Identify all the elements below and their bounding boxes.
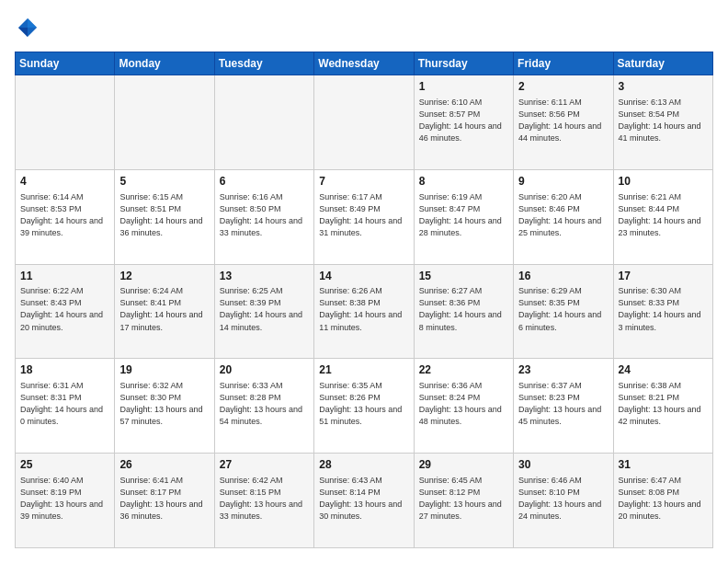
calendar-cell: 17Sunrise: 6:30 AM Sunset: 8:33 PM Dayli… [613, 264, 712, 359]
cell-content: Sunrise: 6:43 AM Sunset: 8:14 PM Dayligh… [319, 475, 408, 523]
cell-content: Sunrise: 6:38 AM Sunset: 8:21 PM Dayligh… [619, 380, 708, 428]
day-number: 29 [419, 457, 508, 473]
header [15, 15, 713, 40]
cell-content: Sunrise: 6:22 AM Sunset: 8:43 PM Dayligh… [20, 285, 109, 333]
calendar-cell: 27Sunrise: 6:42 AM Sunset: 8:15 PM Dayli… [214, 454, 313, 548]
cell-content: Sunrise: 6:37 AM Sunset: 8:23 PM Dayligh… [518, 380, 608, 428]
calendar-header-thursday: Thursday [414, 52, 513, 75]
calendar-cell: 28Sunrise: 6:43 AM Sunset: 8:14 PM Dayli… [314, 454, 414, 548]
cell-content: Sunrise: 6:21 AM Sunset: 8:44 PM Dayligh… [619, 191, 708, 239]
calendar-cell: 15Sunrise: 6:27 AM Sunset: 8:36 PM Dayli… [414, 264, 513, 359]
calendar-header-row: SundayMondayTuesdayWednesdayThursdayFrid… [16, 52, 713, 75]
cell-content: Sunrise: 6:16 AM Sunset: 8:50 PM Dayligh… [220, 191, 309, 239]
day-number: 11 [20, 269, 109, 284]
calendar-cell: 13Sunrise: 6:25 AM Sunset: 8:39 PM Dayli… [214, 264, 313, 359]
cell-content: Sunrise: 6:15 AM Sunset: 8:51 PM Dayligh… [119, 191, 209, 239]
day-number: 30 [518, 457, 608, 473]
svg-marker-2 [18, 28, 28, 37]
day-number: 15 [419, 269, 508, 284]
calendar-header-friday: Friday [514, 52, 613, 75]
calendar-cell [115, 75, 214, 170]
calendar-header-wednesday: Wednesday [314, 52, 414, 75]
cell-content: Sunrise: 6:19 AM Sunset: 8:47 PM Dayligh… [419, 191, 508, 239]
day-number: 2 [518, 79, 608, 95]
calendar-cell: 14Sunrise: 6:26 AM Sunset: 8:38 PM Dayli… [314, 264, 414, 359]
day-number: 25 [20, 457, 109, 473]
day-number: 27 [220, 457, 309, 473]
cell-content: Sunrise: 6:45 AM Sunset: 8:12 PM Dayligh… [419, 475, 508, 523]
calendar-cell: 12Sunrise: 6:24 AM Sunset: 8:41 PM Dayli… [115, 264, 214, 359]
calendar-cell: 30Sunrise: 6:46 AM Sunset: 8:10 PM Dayli… [514, 454, 613, 548]
calendar-cell: 31Sunrise: 6:47 AM Sunset: 8:08 PM Dayli… [613, 454, 712, 548]
calendar-week-2: 4Sunrise: 6:14 AM Sunset: 8:53 PM Daylig… [16, 169, 713, 264]
cell-content: Sunrise: 6:42 AM Sunset: 8:15 PM Dayligh… [220, 475, 309, 523]
calendar-table: SundayMondayTuesdayWednesdayThursdayFrid… [15, 52, 713, 548]
calendar-cell: 11Sunrise: 6:22 AM Sunset: 8:43 PM Dayli… [16, 264, 115, 359]
calendar-cell: 3Sunrise: 6:13 AM Sunset: 8:54 PM Daylig… [613, 75, 712, 170]
cell-content: Sunrise: 6:31 AM Sunset: 8:31 PM Dayligh… [20, 380, 109, 428]
day-number: 10 [619, 174, 708, 190]
day-number: 18 [20, 362, 109, 378]
cell-content: Sunrise: 6:35 AM Sunset: 8:26 PM Dayligh… [319, 380, 408, 428]
day-number: 17 [619, 269, 708, 284]
calendar-cell: 9Sunrise: 6:20 AM Sunset: 8:46 PM Daylig… [514, 169, 613, 264]
day-number: 3 [619, 79, 708, 95]
cell-content: Sunrise: 6:41 AM Sunset: 8:17 PM Dayligh… [119, 475, 209, 523]
day-number: 14 [319, 269, 408, 284]
calendar-week-1: 1Sunrise: 6:10 AM Sunset: 8:57 PM Daylig… [16, 75, 713, 170]
day-number: 1 [419, 79, 508, 95]
calendar-cell [214, 75, 313, 170]
calendar-cell: 20Sunrise: 6:33 AM Sunset: 8:28 PM Dayli… [214, 359, 313, 454]
day-number: 8 [419, 174, 508, 190]
cell-content: Sunrise: 6:13 AM Sunset: 8:54 PM Dayligh… [619, 97, 708, 144]
cell-content: Sunrise: 6:11 AM Sunset: 8:56 PM Dayligh… [518, 97, 608, 144]
calendar-week-3: 11Sunrise: 6:22 AM Sunset: 8:43 PM Dayli… [16, 264, 713, 359]
calendar-cell: 22Sunrise: 6:36 AM Sunset: 8:24 PM Dayli… [414, 359, 513, 454]
cell-content: Sunrise: 6:14 AM Sunset: 8:53 PM Dayligh… [20, 191, 109, 239]
calendar-cell: 23Sunrise: 6:37 AM Sunset: 8:23 PM Dayli… [514, 359, 613, 454]
page: SundayMondayTuesdayWednesdayThursdayFrid… [0, 0, 728, 563]
day-number: 16 [518, 269, 608, 284]
day-number: 13 [220, 269, 309, 284]
day-number: 4 [20, 174, 109, 190]
calendar-cell: 4Sunrise: 6:14 AM Sunset: 8:53 PM Daylig… [16, 169, 115, 264]
cell-content: Sunrise: 6:25 AM Sunset: 8:39 PM Dayligh… [220, 285, 309, 333]
day-number: 26 [119, 457, 209, 473]
day-number: 24 [619, 362, 708, 378]
calendar-cell: 6Sunrise: 6:16 AM Sunset: 8:50 PM Daylig… [214, 169, 313, 264]
calendar-cell [16, 75, 115, 170]
logo-icon [15, 15, 40, 40]
day-number: 20 [220, 362, 309, 378]
calendar-header-monday: Monday [115, 52, 214, 75]
day-number: 31 [619, 457, 708, 473]
calendar-header-sunday: Sunday [16, 52, 115, 75]
cell-content: Sunrise: 6:36 AM Sunset: 8:24 PM Dayligh… [419, 380, 508, 428]
day-number: 5 [119, 174, 209, 190]
day-number: 23 [518, 362, 608, 378]
svg-marker-1 [28, 18, 37, 28]
calendar-cell: 1Sunrise: 6:10 AM Sunset: 8:57 PM Daylig… [414, 75, 513, 170]
cell-content: Sunrise: 6:46 AM Sunset: 8:10 PM Dayligh… [518, 475, 608, 523]
calendar-cell: 7Sunrise: 6:17 AM Sunset: 8:49 PM Daylig… [314, 169, 414, 264]
calendar-cell: 24Sunrise: 6:38 AM Sunset: 8:21 PM Dayli… [613, 359, 712, 454]
cell-content: Sunrise: 6:33 AM Sunset: 8:28 PM Dayligh… [220, 380, 309, 428]
cell-content: Sunrise: 6:20 AM Sunset: 8:46 PM Dayligh… [518, 191, 608, 239]
day-number: 12 [119, 269, 209, 284]
calendar-cell [314, 75, 414, 170]
day-number: 28 [319, 457, 408, 473]
calendar-cell: 29Sunrise: 6:45 AM Sunset: 8:12 PM Dayli… [414, 454, 513, 548]
calendar-cell: 26Sunrise: 6:41 AM Sunset: 8:17 PM Dayli… [115, 454, 214, 548]
cell-content: Sunrise: 6:24 AM Sunset: 8:41 PM Dayligh… [119, 285, 209, 333]
calendar-cell: 21Sunrise: 6:35 AM Sunset: 8:26 PM Dayli… [314, 359, 414, 454]
calendar-cell: 18Sunrise: 6:31 AM Sunset: 8:31 PM Dayli… [16, 359, 115, 454]
day-number: 22 [419, 362, 508, 378]
day-number: 19 [119, 362, 209, 378]
day-number: 6 [220, 174, 309, 190]
calendar-cell: 5Sunrise: 6:15 AM Sunset: 8:51 PM Daylig… [115, 169, 214, 264]
cell-content: Sunrise: 6:27 AM Sunset: 8:36 PM Dayligh… [419, 285, 508, 333]
calendar-cell: 19Sunrise: 6:32 AM Sunset: 8:30 PM Dayli… [115, 359, 214, 454]
calendar-cell: 10Sunrise: 6:21 AM Sunset: 8:44 PM Dayli… [613, 169, 712, 264]
calendar-header-saturday: Saturday [613, 52, 712, 75]
cell-content: Sunrise: 6:10 AM Sunset: 8:57 PM Dayligh… [419, 97, 508, 144]
calendar-cell: 16Sunrise: 6:29 AM Sunset: 8:35 PM Dayli… [514, 264, 613, 359]
